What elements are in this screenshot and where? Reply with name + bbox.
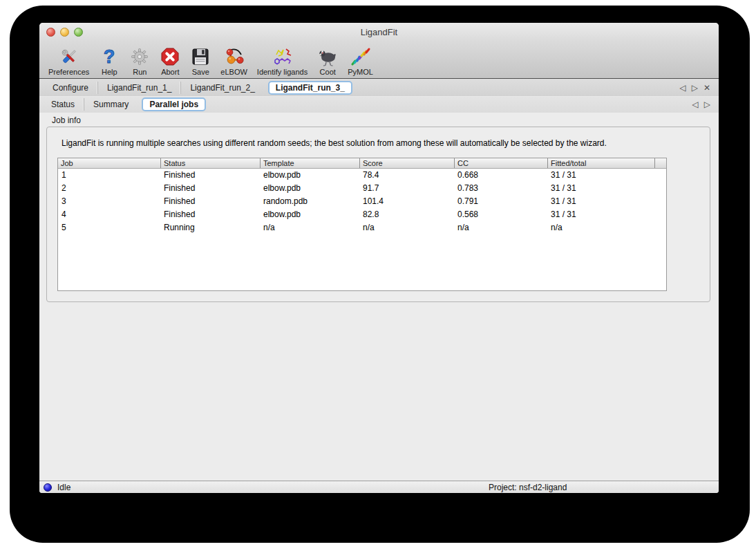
column-header-score[interactable]: Score <box>359 158 454 168</box>
toolbar-label: Run <box>133 68 147 76</box>
cell-score: n/a <box>359 221 454 234</box>
cell-template: elbow.pdb <box>260 169 359 182</box>
jobs-table-header: Job Status Template Score CC Fitted/tota… <box>58 158 666 169</box>
column-header-status[interactable]: Status <box>160 158 260 168</box>
toolbar-label: Help <box>102 68 117 76</box>
tab-prev-icon[interactable]: ◁ <box>679 84 686 92</box>
cell-cc: 0.568 <box>454 208 547 221</box>
cell-fitted-total: 31 / 31 <box>547 169 654 182</box>
table-row[interactable]: 1 Finished elbow.pdb 78.4 0.668 31 / 31 <box>58 169 666 182</box>
save-button[interactable]: Save <box>185 46 216 76</box>
tab-status[interactable]: Status <box>42 98 84 111</box>
run-tab-nav: ◁ ▷ ✕ <box>679 79 710 96</box>
tab-summary[interactable]: Summary <box>84 98 138 111</box>
column-header-fitted-total[interactable]: Fitted/total <box>547 158 654 168</box>
tab-ligandfit-run-1[interactable]: LigandFit_run_1_ <box>97 82 180 94</box>
toolbar-label: PyMOL <box>348 68 373 76</box>
tab-close-icon[interactable]: ✕ <box>703 84 710 92</box>
column-header-cc[interactable]: CC <box>454 158 547 168</box>
preferences-button[interactable]: Preferences <box>44 46 94 76</box>
titlebar[interactable]: LigandFit <box>39 23 719 41</box>
project-label: Project: nsf-d2-ligand <box>489 483 567 492</box>
ligandfit-window: LigandFit <box>39 23 719 493</box>
pymol-button[interactable]: PyMOL <box>343 46 378 76</box>
cell-template: random.pdb <box>260 195 359 208</box>
help-icon: ? <box>99 46 120 67</box>
tab-configure[interactable]: Configure <box>44 82 97 94</box>
help-button[interactable]: ? Help <box>94 46 124 76</box>
sub-tab-nav: ◁ ▷ <box>692 97 710 112</box>
cell-cc: 0.791 <box>454 195 547 208</box>
cell-job: 1 <box>58 169 160 182</box>
cell-template: n/a <box>260 221 359 234</box>
cell-status: Finished <box>160 195 260 208</box>
cell-fitted-total: n/a <box>547 221 654 234</box>
cell-fitted-total: 31 / 31 <box>547 208 654 221</box>
subtab-next-icon[interactable]: ▷ <box>704 100 710 109</box>
subtab-prev-icon[interactable]: ◁ <box>692 100 699 109</box>
tab-ligandfit-run-2[interactable]: LigandFit_run_2_ <box>180 82 263 94</box>
cell-score: 101.4 <box>359 195 454 208</box>
toolbar-label: Preferences <box>48 68 89 76</box>
tab-parallel-jobs[interactable]: Parallel jobs <box>142 97 206 111</box>
cell-cc: 0.783 <box>454 182 547 195</box>
toolbar-label: Coot <box>320 68 336 76</box>
toolbar-label: eLBOW <box>220 68 247 76</box>
cell-fitted-total: 31 / 31 <box>547 182 654 195</box>
job-info-label: Job info <box>52 115 81 125</box>
parallel-jobs-pane: Job info LigandFit is running multiple s… <box>39 113 719 481</box>
cell-status: Running <box>160 221 260 234</box>
elbow-molecule-icon <box>224 46 245 67</box>
cell-status: Finished <box>160 182 260 195</box>
sub-tab-bar: Status Summary Parallel jobs ◁ ▷ <box>39 97 719 113</box>
tab-next-icon[interactable]: ▷ <box>692 84 698 92</box>
window-title: LigandFit <box>39 27 719 37</box>
toolbar: Preferences ? Help <box>39 41 719 78</box>
cell-job: 2 <box>58 182 160 195</box>
status-text: Idle <box>57 483 70 492</box>
save-floppy-icon <box>190 46 211 67</box>
status-indicator-icon <box>44 483 52 492</box>
identify-ligands-button[interactable]: Identify ligands <box>252 46 312 76</box>
run-gear-icon <box>129 46 150 67</box>
cell-score: 78.4 <box>359 169 454 182</box>
elbow-button[interactable]: eLBOW <box>216 46 252 76</box>
run-button[interactable]: Run <box>124 46 155 76</box>
window-chrome: LigandFit <box>39 23 719 79</box>
table-row[interactable]: 5 Running n/a n/a n/a n/a <box>58 221 666 234</box>
tab-ligandfit-run-3[interactable]: LigandFit_run_3_ <box>268 81 352 95</box>
cell-fitted-total: 31 / 31 <box>547 195 654 208</box>
cell-status: Finished <box>160 169 260 182</box>
cell-job: 4 <box>58 208 160 221</box>
coot-button[interactable]: Coot <box>312 46 343 76</box>
status-bar: Idle Project: nsf-d2-ligand <box>39 481 719 493</box>
screenshot-canvas: LigandFit <box>0 0 756 549</box>
cell-job: 3 <box>58 195 160 208</box>
job-info-groupbox: LigandFit is running multiple searches u… <box>46 127 710 302</box>
coot-bird-icon <box>317 46 338 67</box>
abort-icon <box>160 46 180 67</box>
toolbar-label: Abort <box>161 68 179 76</box>
jobs-table: Job Status Template Score CC Fitted/tota… <box>57 158 667 291</box>
cell-template: elbow.pdb <box>260 208 359 221</box>
toolbar-label: Save <box>192 68 209 76</box>
table-row[interactable]: 3 Finished random.pdb 101.4 0.791 31 / 3… <box>58 195 666 208</box>
column-header-spacer <box>654 158 666 168</box>
cell-cc: 0.668 <box>454 169 547 182</box>
svg-text:?: ? <box>104 47 115 66</box>
column-header-job[interactable]: Job <box>58 158 160 168</box>
toolbar-label: Identify ligands <box>257 68 308 76</box>
abort-button[interactable]: Abort <box>155 46 185 76</box>
table-row[interactable]: 4 Finished elbow.pdb 82.8 0.568 31 / 31 <box>58 208 666 221</box>
job-info-description: LigandFit is running multiple searches u… <box>62 138 607 148</box>
cell-cc: n/a <box>454 221 547 234</box>
run-tab-bar: Configure LigandFit_run_1_ LigandFit_run… <box>39 79 719 97</box>
cell-score: 82.8 <box>359 208 454 221</box>
cell-status: Finished <box>160 208 260 221</box>
pymol-ribbon-icon <box>350 46 371 67</box>
cell-score: 91.7 <box>359 182 454 195</box>
cell-template: elbow.pdb <box>260 182 359 195</box>
table-row[interactable]: 2 Finished elbow.pdb 91.7 0.783 31 / 31 <box>58 182 666 195</box>
preferences-icon <box>59 46 79 67</box>
column-header-template[interactable]: Template <box>260 158 359 168</box>
